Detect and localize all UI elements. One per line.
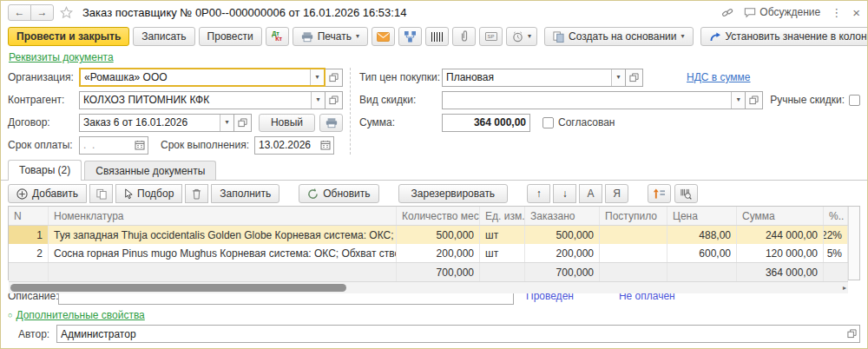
sum-field[interactable] xyxy=(442,114,530,132)
contractor-input[interactable] xyxy=(80,92,311,109)
cell-ordered[interactable]: 200,000 xyxy=(525,244,600,262)
additional-properties-link[interactable]: Дополнительные свойства xyxy=(16,309,144,321)
table-row[interactable]: 1 Туя западная Thuja occidentalis Golden… xyxy=(9,226,848,244)
contract-field[interactable]: ▾ xyxy=(79,114,234,132)
print-button[interactable]: Печать ▾ xyxy=(293,27,368,46)
refresh-button[interactable]: Обновить xyxy=(299,184,378,203)
cell-qty-places[interactable]: 500,000 xyxy=(397,226,480,244)
copy-row-button[interactable] xyxy=(89,184,113,203)
barcode-search-button[interactable] xyxy=(674,184,698,203)
new-contract-button[interactable]: Новый xyxy=(259,114,315,132)
discount-type-input[interactable] xyxy=(443,92,731,109)
dropdown-icon[interactable]: ▾ xyxy=(611,69,625,86)
col-unit[interactable]: Ед. изм. xyxy=(480,207,525,225)
discussion-button[interactable]: Обсуждение xyxy=(744,6,820,18)
col-received[interactable]: Поступило xyxy=(600,207,667,225)
discount-type-open-button[interactable] xyxy=(746,91,763,109)
calendar-icon[interactable] xyxy=(132,137,148,154)
tab-related-documents[interactable]: Связанные документы xyxy=(84,161,216,180)
vat-link[interactable]: НДС в сумме xyxy=(687,71,751,83)
contractor-field[interactable]: ▾ xyxy=(79,91,326,109)
move-down-button[interactable]: ↓ xyxy=(553,184,576,203)
dropdown-icon[interactable]: ▾ xyxy=(311,92,325,109)
contract-open-button[interactable] xyxy=(234,114,252,132)
forward-button[interactable]: → xyxy=(30,4,54,21)
approved-checkbox[interactable] xyxy=(542,117,554,128)
organization-field[interactable]: ▾ xyxy=(79,68,326,87)
post-and-close-button[interactable]: Провести и закрыть xyxy=(8,27,129,46)
organization-input[interactable] xyxy=(81,69,310,85)
delete-row-button[interactable] xyxy=(185,184,208,203)
reserve-button[interactable]: Зарезервировать xyxy=(398,184,509,203)
dropdown-icon[interactable]: ▾ xyxy=(220,115,233,131)
sum-input[interactable] xyxy=(443,115,529,131)
table-row[interactable]: 2 Сосна горная Pinus mugo Mughus Корнева… xyxy=(9,244,848,262)
dropdown-icon[interactable]: ▾ xyxy=(731,92,745,109)
col-price[interactable]: Цена xyxy=(667,207,737,225)
price-type-field[interactable]: ▾ xyxy=(442,69,626,87)
horizontal-scrollbar[interactable]: ▸ xyxy=(9,282,848,293)
post-button[interactable]: Провести xyxy=(199,27,262,46)
expander-icon[interactable]: ○ xyxy=(8,311,12,319)
write-button[interactable]: Записать xyxy=(133,27,194,46)
cell-pct[interactable]: 5% xyxy=(824,244,848,262)
favorite-star-icon[interactable] xyxy=(60,6,73,19)
col-qty-places[interactable]: Количество мест xyxy=(397,207,480,225)
cell-price[interactable]: 600,00 xyxy=(667,244,737,262)
create-based-on-button[interactable]: Создать на основании ▾ xyxy=(544,27,694,46)
col-ordered[interactable]: Заказано xyxy=(525,207,600,225)
row-order-button[interactable] xyxy=(648,184,671,203)
col-nomenclature[interactable]: Номенклатура xyxy=(49,207,397,225)
sort-desc-button[interactable]: Я xyxy=(605,184,628,203)
cell-unit[interactable]: шт xyxy=(480,244,525,262)
cell-unit[interactable]: шт xyxy=(480,226,525,244)
deadline-field[interactable] xyxy=(254,136,334,155)
dropdown-icon[interactable]: ▾ xyxy=(310,69,324,85)
cell-n[interactable]: 1 xyxy=(9,226,49,244)
attachments-button[interactable] xyxy=(452,27,476,46)
author-field[interactable] xyxy=(56,325,860,343)
dr-cr-button[interactable]: ДтКт xyxy=(266,27,289,46)
col-pct[interactable]: %.. xyxy=(824,207,848,225)
link-icon[interactable] xyxy=(721,6,733,18)
scroll-right-icon[interactable]: ▸ xyxy=(843,284,846,292)
window-menu-icon[interactable]: ⋮ xyxy=(831,6,842,19)
cell-received[interactable] xyxy=(600,226,667,244)
cell-sum[interactable]: 244 000,00 xyxy=(737,226,824,244)
cell-n[interactable]: 2 xyxy=(9,244,49,262)
calendar-icon[interactable] xyxy=(318,137,333,154)
related-documents-button[interactable] xyxy=(398,27,422,46)
set-column-value-button[interactable]: Установить значение в колонке xyxy=(700,27,868,46)
payment-due-input[interactable] xyxy=(80,137,132,154)
move-up-button[interactable]: ↑ xyxy=(527,184,550,203)
tab-goods[interactable]: Товары (2) xyxy=(8,160,82,181)
spark-risks-button[interactable]: SP xyxy=(479,27,503,46)
contract-input[interactable] xyxy=(80,115,220,131)
contract-print-button[interactable] xyxy=(319,114,343,132)
cell-price[interactable]: 488,00 xyxy=(667,226,737,244)
fill-button[interactable]: Заполнить xyxy=(211,184,279,203)
deadline-input[interactable] xyxy=(255,137,318,154)
author-input[interactable] xyxy=(57,326,844,342)
manual-discounts-checkbox[interactable] xyxy=(849,95,860,106)
requisites-link[interactable]: Реквизиты документа xyxy=(9,51,114,63)
col-n[interactable]: N xyxy=(9,207,49,225)
cell-nomenclature[interactable]: Туя западная Thuja occidentalis Golden G… xyxy=(49,226,397,244)
sort-asc-button[interactable]: А xyxy=(579,184,602,203)
barcode-button[interactable] xyxy=(425,27,449,46)
cell-received[interactable] xyxy=(600,244,667,262)
email-button[interactable] xyxy=(372,27,395,46)
reminder-button[interactable]: ▾ xyxy=(506,27,537,46)
pick-button[interactable]: Подбор xyxy=(115,184,182,203)
back-button[interactable]: ← xyxy=(8,4,31,21)
payment-due-field[interactable] xyxy=(79,136,148,155)
scrollbar-thumb[interactable] xyxy=(10,284,346,292)
author-open-button[interactable] xyxy=(844,326,859,342)
cell-sum[interactable]: 120 000,00 xyxy=(737,244,824,262)
cell-nomenclature[interactable]: Сосна горная Pinus mugo Mughus Корневая … xyxy=(49,244,397,262)
organization-open-button[interactable] xyxy=(326,69,343,87)
discount-type-field[interactable]: ▾ xyxy=(442,91,746,109)
add-row-button[interactable]: Добавить xyxy=(8,184,87,203)
close-icon[interactable]: × xyxy=(852,5,860,20)
contractor-open-button[interactable] xyxy=(326,91,343,109)
